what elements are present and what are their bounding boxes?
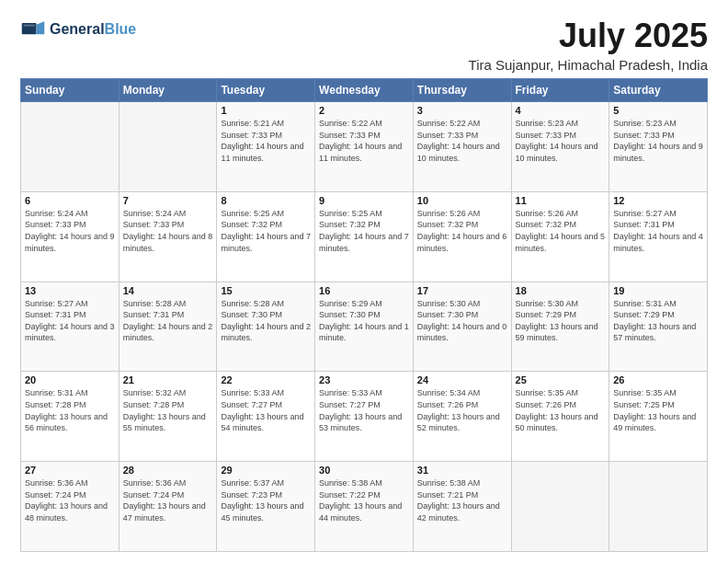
calendar-cell: 9Sunrise: 5:25 AMSunset: 7:32 PMDaylight… — [315, 191, 414, 282]
day-number: 18 — [516, 285, 606, 296]
day-number: 31 — [417, 465, 507, 476]
day-number: 7 — [123, 195, 213, 206]
calendar-cell: 3Sunrise: 5:22 AMSunset: 7:33 PMDaylight… — [413, 102, 511, 192]
calendar-cell: 16Sunrise: 5:29 AMSunset: 7:30 PMDayligh… — [315, 282, 414, 372]
calendar-cell — [511, 462, 609, 552]
weekday-header-wednesday: Wednesday — [315, 79, 414, 102]
calendar-cell: 5Sunrise: 5:23 AMSunset: 7:33 PMDaylight… — [609, 102, 708, 192]
calendar-cell: 27Sunrise: 5:36 AMSunset: 7:24 PMDayligh… — [21, 462, 119, 552]
day-number: 5 — [613, 105, 703, 116]
day-number: 16 — [319, 285, 409, 296]
day-number: 6 — [25, 195, 115, 206]
calendar-cell: 13Sunrise: 5:27 AMSunset: 7:31 PMDayligh… — [21, 282, 119, 372]
day-info: Sunrise: 5:26 AMSunset: 7:32 PMDaylight:… — [516, 208, 606, 254]
day-info: Sunrise: 5:38 AMSunset: 7:22 PMDaylight:… — [319, 477, 409, 523]
day-info: Sunrise: 5:23 AMSunset: 7:33 PMDaylight:… — [516, 118, 606, 164]
calendar-cell: 10Sunrise: 5:26 AMSunset: 7:32 PMDayligh… — [413, 191, 511, 282]
calendar-cell: 23Sunrise: 5:33 AMSunset: 7:27 PMDayligh… — [315, 372, 414, 462]
day-info: Sunrise: 5:22 AMSunset: 7:33 PMDaylight:… — [417, 118, 507, 164]
day-info: Sunrise: 5:24 AMSunset: 7:33 PMDaylight:… — [123, 208, 213, 254]
calendar-cell: 8Sunrise: 5:25 AMSunset: 7:32 PMDaylight… — [217, 191, 315, 282]
day-number: 4 — [516, 105, 606, 116]
day-info: Sunrise: 5:27 AMSunset: 7:31 PMDaylight:… — [613, 208, 703, 254]
calendar-cell: 24Sunrise: 5:34 AMSunset: 7:26 PMDayligh… — [413, 372, 511, 462]
calendar-cell: 17Sunrise: 5:30 AMSunset: 7:30 PMDayligh… — [413, 282, 511, 372]
day-number: 13 — [25, 285, 115, 296]
weekday-header-sunday: Sunday — [21, 79, 119, 102]
calendar-cell: 6Sunrise: 5:24 AMSunset: 7:33 PMDaylight… — [21, 191, 119, 282]
day-number: 14 — [123, 285, 213, 296]
day-info: Sunrise: 5:37 AMSunset: 7:23 PMDaylight:… — [221, 477, 311, 523]
day-info: Sunrise: 5:24 AMSunset: 7:33 PMDaylight:… — [25, 208, 115, 254]
weekday-header-thursday: Thursday — [413, 79, 511, 102]
day-info: Sunrise: 5:25 AMSunset: 7:32 PMDaylight:… — [319, 208, 409, 254]
day-info: Sunrise: 5:28 AMSunset: 7:31 PMDaylight:… — [123, 298, 213, 344]
calendar-cell: 15Sunrise: 5:28 AMSunset: 7:30 PMDayligh… — [217, 282, 315, 372]
calendar-week-1: 1Sunrise: 5:21 AMSunset: 7:33 PMDaylight… — [21, 102, 708, 192]
calendar-cell: 25Sunrise: 5:35 AMSunset: 7:26 PMDayligh… — [511, 372, 609, 462]
calendar-cell: 29Sunrise: 5:37 AMSunset: 7:23 PMDayligh… — [217, 462, 315, 552]
day-number: 22 — [221, 374, 311, 385]
calendar-week-5: 27Sunrise: 5:36 AMSunset: 7:24 PMDayligh… — [21, 462, 708, 552]
title-block: July 2025 Tira Sujanpur, Himachal Prades… — [469, 17, 708, 73]
calendar-week-3: 13Sunrise: 5:27 AMSunset: 7:31 PMDayligh… — [21, 282, 708, 372]
calendar-cell: 21Sunrise: 5:32 AMSunset: 7:28 PMDayligh… — [119, 372, 217, 462]
day-info: Sunrise: 5:28 AMSunset: 7:30 PMDaylight:… — [221, 298, 311, 344]
calendar-cell: 20Sunrise: 5:31 AMSunset: 7:28 PMDayligh… — [21, 372, 119, 462]
logo-text: GeneralBlue — [50, 21, 136, 38]
calendar-cell: 7Sunrise: 5:24 AMSunset: 7:33 PMDaylight… — [119, 191, 217, 282]
day-info: Sunrise: 5:35 AMSunset: 7:25 PMDaylight:… — [613, 387, 703, 433]
header: GeneralBlue July 2025 Tira Sujanpur, Him… — [20, 17, 708, 73]
day-number: 21 — [123, 374, 213, 385]
weekday-header-saturday: Saturday — [609, 79, 708, 102]
month-title: July 2025 — [469, 17, 708, 55]
calendar-cell: 30Sunrise: 5:38 AMSunset: 7:22 PMDayligh… — [315, 462, 414, 552]
day-info: Sunrise: 5:33 AMSunset: 7:27 PMDaylight:… — [221, 387, 311, 433]
weekday-header-row: SundayMondayTuesdayWednesdayThursdayFrid… — [21, 79, 708, 102]
calendar-cell: 18Sunrise: 5:30 AMSunset: 7:29 PMDayligh… — [511, 282, 609, 372]
day-info: Sunrise: 5:38 AMSunset: 7:21 PMDaylight:… — [417, 477, 507, 523]
calendar-cell — [609, 462, 708, 552]
calendar-cell: 12Sunrise: 5:27 AMSunset: 7:31 PMDayligh… — [609, 191, 708, 282]
calendar-cell: 31Sunrise: 5:38 AMSunset: 7:21 PMDayligh… — [413, 462, 511, 552]
day-number: 8 — [221, 195, 311, 206]
calendar-cell: 14Sunrise: 5:28 AMSunset: 7:31 PMDayligh… — [119, 282, 217, 372]
day-info: Sunrise: 5:27 AMSunset: 7:31 PMDaylight:… — [25, 298, 115, 344]
calendar-week-4: 20Sunrise: 5:31 AMSunset: 7:28 PMDayligh… — [21, 372, 708, 462]
day-info: Sunrise: 5:22 AMSunset: 7:33 PMDaylight:… — [319, 118, 409, 164]
logo: GeneralBlue — [20, 17, 136, 42]
day-info: Sunrise: 5:23 AMSunset: 7:33 PMDaylight:… — [613, 118, 703, 164]
calendar-cell: 28Sunrise: 5:36 AMSunset: 7:24 PMDayligh… — [119, 462, 217, 552]
day-number: 29 — [221, 465, 311, 476]
calendar-cell: 19Sunrise: 5:31 AMSunset: 7:29 PMDayligh… — [609, 282, 708, 372]
day-info: Sunrise: 5:30 AMSunset: 7:29 PMDaylight:… — [516, 298, 606, 344]
calendar-cell: 11Sunrise: 5:26 AMSunset: 7:32 PMDayligh… — [511, 191, 609, 282]
day-number: 17 — [417, 285, 507, 296]
calendar-table: SundayMondayTuesdayWednesdayThursdayFrid… — [20, 78, 708, 552]
svg-rect-2 — [24, 25, 35, 27]
calendar-cell: 22Sunrise: 5:33 AMSunset: 7:27 PMDayligh… — [217, 372, 315, 462]
weekday-header-tuesday: Tuesday — [217, 79, 315, 102]
day-number: 23 — [319, 374, 409, 385]
day-number: 10 — [417, 195, 507, 206]
calendar-week-2: 6Sunrise: 5:24 AMSunset: 7:33 PMDaylight… — [21, 191, 708, 282]
day-info: Sunrise: 5:33 AMSunset: 7:27 PMDaylight:… — [319, 387, 409, 433]
day-info: Sunrise: 5:36 AMSunset: 7:24 PMDaylight:… — [25, 477, 115, 523]
day-info: Sunrise: 5:31 AMSunset: 7:28 PMDaylight:… — [25, 387, 115, 433]
day-info: Sunrise: 5:26 AMSunset: 7:32 PMDaylight:… — [417, 208, 507, 254]
calendar-cell: 26Sunrise: 5:35 AMSunset: 7:25 PMDayligh… — [609, 372, 708, 462]
day-number: 1 — [221, 105, 311, 116]
day-info: Sunrise: 5:29 AMSunset: 7:30 PMDaylight:… — [319, 298, 409, 344]
logo-icon — [20, 17, 46, 42]
day-number: 9 — [319, 195, 409, 206]
day-number: 15 — [221, 285, 311, 296]
day-number: 19 — [613, 285, 703, 296]
day-number: 24 — [417, 374, 507, 385]
weekday-header-monday: Monday — [119, 79, 217, 102]
day-info: Sunrise: 5:25 AMSunset: 7:32 PMDaylight:… — [221, 208, 311, 254]
calendar-cell: 1Sunrise: 5:21 AMSunset: 7:33 PMDaylight… — [217, 102, 315, 192]
day-number: 2 — [319, 105, 409, 116]
calendar-cell: 4Sunrise: 5:23 AMSunset: 7:33 PMDaylight… — [511, 102, 609, 192]
day-number: 11 — [516, 195, 606, 206]
day-info: Sunrise: 5:30 AMSunset: 7:30 PMDaylight:… — [417, 298, 507, 344]
